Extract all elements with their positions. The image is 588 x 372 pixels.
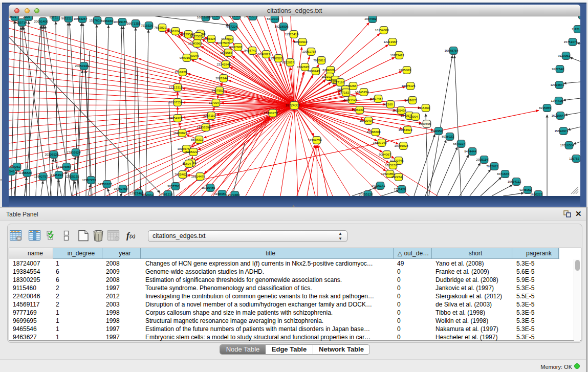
svg-text:3267110: 3267110 [203,114,215,117]
svg-text:8878332: 8878332 [191,138,203,141]
svg-text:9660124: 9660124 [167,29,180,33]
svg-text:11866024: 11866024 [207,16,221,17]
svg-text:5498222: 5498222 [185,150,198,154]
svg-text:16210647: 16210647 [551,114,565,117]
svg-text:19654923: 19654923 [168,116,183,120]
svg-text:9463627: 9463627 [404,98,417,102]
svg-text:1588520: 1588520 [270,56,282,60]
svg-text:391549: 391549 [9,169,15,173]
svg-text:16782759: 16782759 [114,187,128,190]
svg-text:18807249: 18807249 [373,141,387,144]
svg-text:15300273: 15300273 [264,111,278,115]
svg-text:8322037: 8322037 [282,60,294,64]
svg-text:6879197: 6879197 [453,142,465,145]
svg-text:18640910: 18640910 [293,40,308,43]
svg-text:9245052: 9245052 [519,188,532,191]
svg-text:20206526: 20206526 [45,152,59,156]
svg-text:62160: 62160 [384,102,394,106]
svg-text:9227542: 9227542 [552,67,564,71]
svg-text:16107554: 16107554 [168,100,183,104]
svg-text:2935114: 2935114 [476,158,488,161]
svg-text:6734028: 6734028 [322,68,335,72]
svg-text:16245154: 16245154 [355,90,369,94]
svg-text:17957253: 17957253 [82,178,96,182]
svg-text:13270483: 13270483 [226,193,240,196]
svg-text:7485063: 7485063 [399,68,411,72]
svg-text:1527602: 1527602 [89,18,101,22]
svg-text:9699695: 9699695 [419,122,431,125]
svg-text:10025438: 10025438 [392,108,406,112]
svg-text:8427552: 8427552 [211,89,224,92]
svg-text:15692971: 15692971 [554,129,569,133]
svg-text:10961758: 10961758 [302,50,316,53]
svg-text:14055714: 14055714 [13,20,27,24]
svg-text:8413014: 8413014 [267,17,279,20]
svg-text:7857224: 7857224 [225,25,237,28]
svg-text:20053346: 20053346 [75,64,89,68]
svg-text:11156829: 11156829 [18,171,32,174]
svg-text:7386322: 7386322 [352,108,364,112]
svg-text:16914479: 16914479 [191,174,205,178]
svg-text:15720407: 15720407 [359,119,374,122]
svg-text:9827505: 9827505 [190,34,202,38]
svg-text:9777169: 9777169 [332,80,344,84]
svg-text:16543962: 16543962 [188,41,202,45]
svg-text:8501: 8501 [9,16,16,18]
svg-text:2718129: 2718129 [175,70,187,74]
svg-text:1244415: 1244415 [551,99,563,102]
svg-text:9129961: 9129961 [558,54,570,57]
svg-text:1640954: 1640954 [430,129,443,133]
svg-text:9327505: 9327505 [217,41,229,45]
svg-text:8471676: 8471676 [497,172,509,176]
svg-text:19654923: 19654923 [398,128,412,132]
svg-text:23242848: 23242848 [216,62,231,66]
svg-text:15716485: 15716485 [201,186,215,189]
svg-text:13958107: 13958107 [98,182,112,186]
svg-text:10688609: 10688609 [366,130,381,134]
svg-text:2306: 2306 [23,16,30,18]
svg-text:12942757: 12942757 [34,174,48,178]
svg-text:14353594: 14353594 [197,125,211,129]
svg-text:1562635: 1562635 [297,65,309,69]
svg-text:1345193: 1345193 [51,173,63,177]
svg-text:15751074: 15751074 [563,40,578,43]
svg-text:2087682: 2087682 [364,17,377,20]
svg-text:8938923: 8938923 [442,135,454,138]
svg-text:6061658: 6061658 [228,16,241,17]
svg-text:11604: 11604 [183,162,191,165]
svg-text:252254: 252254 [391,175,402,179]
svg-text:12505135: 12505135 [65,174,79,178]
svg-text:117004: 117004 [209,101,219,104]
svg-text:22841736: 22841736 [573,16,580,17]
svg-text:12093872: 12093872 [550,83,564,86]
svg-text:19166825: 19166825 [173,131,187,135]
svg-text:16648764: 16648764 [444,49,459,52]
svg-text:3430558: 3430558 [141,193,154,196]
svg-text:8215955: 8215955 [539,106,551,110]
svg-text:2803144: 2803144 [215,76,228,80]
svg-text:17016504: 17016504 [560,143,574,147]
svg-text:18724007: 18724007 [285,103,300,107]
svg-text:19218506: 19218506 [274,25,289,28]
svg-text:20555120: 20555120 [359,192,373,196]
svg-text:10807487: 10807487 [369,97,383,100]
svg-text:13975125: 13975125 [401,84,416,87]
svg-text:19756928: 19756928 [394,144,408,147]
svg-text:7515526: 7515526 [141,24,153,27]
svg-text:19384554: 19384554 [308,138,322,142]
svg-text:7955812: 7955812 [313,58,325,62]
svg-text:10973493: 10973493 [390,53,404,57]
svg-text:7663822: 7663822 [154,26,166,29]
svg-text:1615152: 1615152 [385,163,397,167]
svg-text:9857791: 9857791 [167,184,180,188]
svg-text:13975887: 13975887 [57,165,72,168]
svg-text:17939924: 17939924 [67,150,81,154]
svg-text:7632621: 7632621 [486,164,498,168]
svg-text:16671355: 16671355 [126,21,141,25]
svg-text:8186328: 8186328 [203,37,215,40]
svg-text:3875685: 3875685 [220,51,232,54]
svg-text:10654112: 10654112 [508,180,521,183]
svg-text:20364436: 20364436 [343,98,357,101]
svg-text:6966160: 6966160 [101,19,113,23]
svg-text:12213967: 12213967 [383,40,398,43]
